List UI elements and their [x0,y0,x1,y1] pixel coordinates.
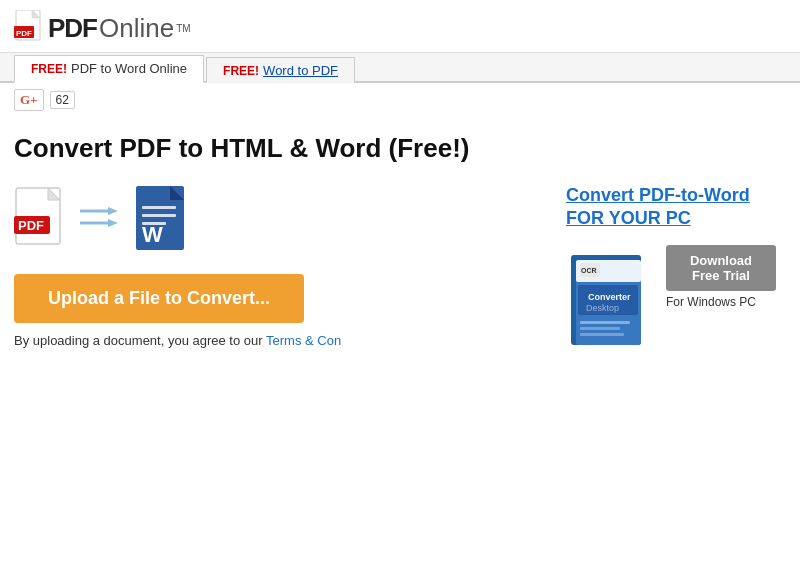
svg-text:PDF: PDF [16,29,32,38]
svg-text:PDF: PDF [18,218,44,233]
svg-text:Desktop: Desktop [586,303,619,313]
two-column-layout: PDF [14,184,786,355]
tab-pdf-to-word-link[interactable]: PDF to Word Online [71,61,187,76]
word-file-icon: W [128,184,190,256]
tab-word-to-pdf[interactable]: FREE! Word to PDF [206,57,355,83]
svg-rect-14 [142,206,176,209]
google-plus-button[interactable]: G+ [14,89,44,111]
convert-pc-link[interactable]: Convert PDF-to-Word FOR YOUR PC [566,184,750,231]
page-title: Convert PDF to HTML & Word (Free!) [14,133,786,164]
logo-pdf-text: PDF [48,13,97,44]
share-count: 62 [50,91,75,109]
disclaimer-prefix: By uploading a document, you agree to ou… [14,333,263,348]
pdf-logo-icon: PDF [14,10,46,46]
header: PDF PDFOnlineTM [0,0,800,53]
svg-marker-11 [108,219,118,227]
svg-text:OCR: OCR [581,267,597,274]
social-row: G+ 62 [0,83,800,117]
svg-text:Converter: Converter [588,292,631,302]
left-column: PDF [14,184,536,348]
download-trial-button[interactable]: Download Free Trial [666,245,776,291]
svg-rect-15 [142,214,176,217]
download-section: Download Free Trial For Windows PC [666,245,776,309]
disclaimer-text: By uploading a document, you agree to ou… [14,333,536,348]
product-area: OCR Converter Desktop Download Free Tria… [566,245,776,355]
svg-rect-28 [580,333,624,336]
main-content: Convert PDF to HTML & Word (Free!) PDF [0,117,800,375]
for-windows-text: For Windows PC [666,295,776,309]
logo-tm: TM [176,23,190,34]
svg-text:W: W [142,222,163,247]
convert-link-line1: Convert PDF-to-Word [566,185,750,205]
svg-rect-27 [580,327,620,330]
convert-link-line2: FOR YOUR PC [566,208,691,228]
conversion-arrows [80,203,120,237]
google-plus-icon: G+ [20,92,38,108]
conversion-illustration: PDF [14,184,536,256]
svg-marker-9 [108,207,118,215]
tab-free-badge-2: FREE! [223,64,259,78]
svg-rect-26 [580,321,630,324]
tab-free-badge-1: FREE! [31,62,67,76]
upload-button[interactable]: Upload a File to Convert... [14,274,304,323]
logo-online-text: Online [99,13,174,44]
terms-link[interactable]: Terms & Con [266,333,341,348]
logo: PDF PDFOnlineTM [14,10,191,46]
tab-word-to-pdf-link[interactable]: Word to PDF [263,63,338,78]
product-box-image: OCR Converter Desktop [566,245,656,355]
right-column: Convert PDF-to-Word FOR YOUR PC OCR [566,184,786,355]
nav-tabs: FREE! PDF to Word Online FREE! Word to P… [0,53,800,83]
pdf-file-icon: PDF [14,186,72,254]
tab-pdf-to-word[interactable]: FREE! PDF to Word Online [14,55,204,83]
